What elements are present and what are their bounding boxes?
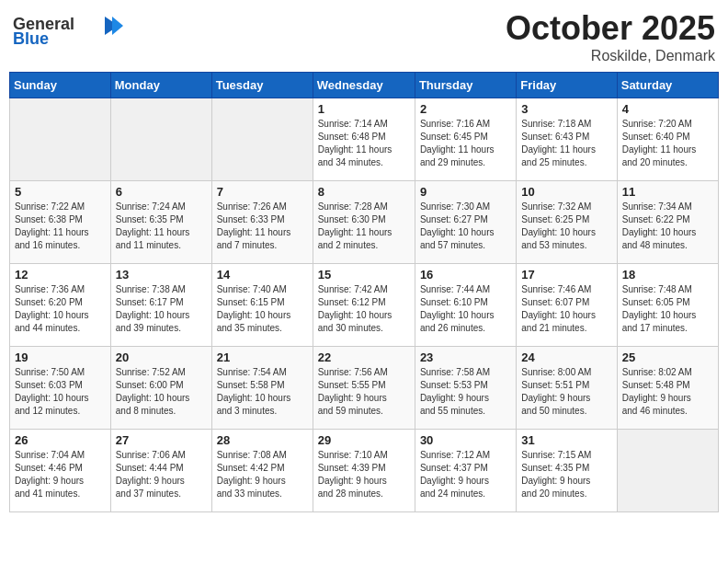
day-info: Sunrise: 7:54 AMSunset: 5:58 PMDaylight:… (217, 366, 308, 418)
day-info: Sunrise: 7:04 AMSunset: 4:46 PMDaylight:… (15, 449, 106, 500)
day-number: 29 (318, 433, 410, 447)
week-row-4: 19Sunrise: 7:50 AMSunset: 6:03 PMDayligh… (10, 347, 719, 430)
logo: General Blue (13, 9, 123, 50)
day-number: 17 (521, 268, 611, 282)
location: Roskilde, Denmark (506, 48, 715, 64)
calendar-cell: 10Sunrise: 7:32 AMSunset: 6:25 PMDayligh… (517, 181, 617, 264)
week-row-2: 5Sunrise: 7:22 AMSunset: 6:38 PMDaylight… (10, 181, 719, 264)
day-number: 8 (318, 185, 410, 199)
calendar-cell (211, 98, 313, 181)
day-number: 12 (15, 268, 106, 282)
day-info: Sunrise: 7:28 AMSunset: 6:30 PMDaylight:… (318, 201, 410, 252)
day-number: 1 (318, 102, 410, 116)
day-info: Sunrise: 7:38 AMSunset: 6:17 PMDaylight:… (116, 283, 207, 335)
day-number: 20 (116, 350, 207, 364)
week-row-5: 26Sunrise: 7:04 AMSunset: 4:46 PMDayligh… (10, 430, 719, 512)
day-number: 28 (217, 433, 308, 447)
calendar-cell: 28Sunrise: 7:08 AMSunset: 4:42 PMDayligh… (211, 430, 313, 512)
title-block: October 2025 Roskilde, Denmark (506, 9, 715, 64)
day-number: 26 (15, 433, 106, 447)
day-number: 6 (116, 185, 207, 199)
calendar-cell: 9Sunrise: 7:30 AMSunset: 6:27 PMDaylight… (415, 181, 516, 264)
day-info: Sunrise: 7:12 AMSunset: 4:37 PMDaylight:… (420, 449, 511, 500)
weekday-header-friday: Friday (517, 73, 617, 98)
day-number: 30 (420, 433, 511, 447)
calendar-cell (10, 98, 111, 181)
day-number: 31 (521, 433, 611, 447)
day-number: 22 (318, 350, 410, 364)
calendar-cell: 27Sunrise: 7:06 AMSunset: 4:44 PMDayligh… (110, 430, 211, 512)
day-info: Sunrise: 7:48 AMSunset: 6:05 PMDaylight:… (622, 283, 713, 335)
day-info: Sunrise: 7:18 AMSunset: 6:43 PMDaylight:… (521, 118, 611, 169)
day-number: 5 (15, 185, 106, 199)
calendar-cell: 3Sunrise: 7:18 AMSunset: 6:43 PMDaylight… (517, 98, 617, 181)
day-info: Sunrise: 7:52 AMSunset: 6:00 PMDaylight:… (116, 366, 207, 418)
weekday-header-row: SundayMondayTuesdayWednesdayThursdayFrid… (10, 73, 719, 98)
day-number: 11 (622, 185, 713, 199)
day-info: Sunrise: 7:20 AMSunset: 6:40 PMDaylight:… (622, 118, 713, 169)
svg-text:Blue: Blue (13, 29, 49, 46)
day-info: Sunrise: 7:08 AMSunset: 4:42 PMDaylight:… (217, 449, 308, 500)
day-number: 23 (420, 350, 511, 364)
week-row-3: 12Sunrise: 7:36 AMSunset: 6:20 PMDayligh… (10, 264, 719, 347)
calendar-cell: 17Sunrise: 7:46 AMSunset: 6:07 PMDayligh… (517, 264, 617, 347)
calendar-cell: 11Sunrise: 7:34 AMSunset: 6:22 PMDayligh… (617, 181, 718, 264)
day-info: Sunrise: 7:06 AMSunset: 4:44 PMDaylight:… (116, 449, 207, 500)
day-number: 16 (420, 268, 511, 282)
calendar-cell (617, 430, 718, 512)
day-info: Sunrise: 7:10 AMSunset: 4:39 PMDaylight:… (318, 449, 410, 500)
day-info: Sunrise: 7:40 AMSunset: 6:15 PMDaylight:… (217, 283, 308, 335)
day-number: 18 (622, 268, 713, 282)
calendar-cell: 13Sunrise: 7:38 AMSunset: 6:17 PMDayligh… (110, 264, 211, 347)
svg-marker-3 (112, 17, 123, 35)
calendar-cell: 20Sunrise: 7:52 AMSunset: 6:00 PMDayligh… (110, 347, 211, 430)
calendar-cell: 15Sunrise: 7:42 AMSunset: 6:12 PMDayligh… (313, 264, 415, 347)
weekday-header-monday: Monday (110, 73, 211, 98)
calendar-cell: 5Sunrise: 7:22 AMSunset: 6:38 PMDaylight… (10, 181, 111, 264)
day-info: Sunrise: 7:58 AMSunset: 5:53 PMDaylight:… (420, 366, 511, 418)
day-info: Sunrise: 7:15 AMSunset: 4:35 PMDaylight:… (521, 449, 611, 500)
day-number: 13 (116, 268, 207, 282)
calendar-cell: 25Sunrise: 8:02 AMSunset: 5:48 PMDayligh… (617, 347, 718, 430)
week-row-1: 1Sunrise: 7:14 AMSunset: 6:48 PMDaylight… (10, 98, 719, 181)
weekday-header-saturday: Saturday (617, 73, 718, 98)
month-title: October 2025 (506, 9, 715, 48)
day-info: Sunrise: 7:36 AMSunset: 6:20 PMDaylight:… (15, 283, 106, 335)
day-info: Sunrise: 8:02 AMSunset: 5:48 PMDaylight:… (622, 366, 713, 418)
day-number: 7 (217, 185, 308, 199)
day-info: Sunrise: 7:44 AMSunset: 6:10 PMDaylight:… (420, 283, 511, 335)
day-number: 27 (116, 433, 207, 447)
calendar-cell: 31Sunrise: 7:15 AMSunset: 4:35 PMDayligh… (517, 430, 617, 512)
day-info: Sunrise: 7:56 AMSunset: 5:55 PMDaylight:… (318, 366, 410, 418)
weekday-header-tuesday: Tuesday (211, 73, 313, 98)
day-number: 25 (622, 350, 713, 364)
calendar-table: SundayMondayTuesdayWednesdayThursdayFrid… (9, 72, 719, 512)
day-info: Sunrise: 7:16 AMSunset: 6:45 PMDaylight:… (420, 118, 511, 169)
day-info: Sunrise: 7:26 AMSunset: 6:33 PMDaylight:… (217, 201, 308, 252)
calendar-cell: 21Sunrise: 7:54 AMSunset: 5:58 PMDayligh… (211, 347, 313, 430)
calendar-cell: 24Sunrise: 8:00 AMSunset: 5:51 PMDayligh… (517, 347, 617, 430)
day-info: Sunrise: 7:22 AMSunset: 6:38 PMDaylight:… (15, 201, 106, 252)
calendar-cell: 26Sunrise: 7:04 AMSunset: 4:46 PMDayligh… (10, 430, 111, 512)
calendar-cell (110, 98, 211, 181)
day-number: 24 (521, 350, 611, 364)
day-number: 2 (420, 102, 511, 116)
calendar-cell: 14Sunrise: 7:40 AMSunset: 6:15 PMDayligh… (211, 264, 313, 347)
day-number: 21 (217, 350, 308, 364)
calendar-cell: 19Sunrise: 7:50 AMSunset: 6:03 PMDayligh… (10, 347, 111, 430)
weekday-header-sunday: Sunday (10, 73, 111, 98)
calendar-cell: 7Sunrise: 7:26 AMSunset: 6:33 PMDaylight… (211, 181, 313, 264)
calendar-cell: 29Sunrise: 7:10 AMSunset: 4:39 PMDayligh… (313, 430, 415, 512)
calendar-cell: 4Sunrise: 7:20 AMSunset: 6:40 PMDaylight… (617, 98, 718, 181)
day-info: Sunrise: 8:00 AMSunset: 5:51 PMDaylight:… (521, 366, 611, 418)
calendar-cell: 12Sunrise: 7:36 AMSunset: 6:20 PMDayligh… (10, 264, 111, 347)
calendar-cell: 2Sunrise: 7:16 AMSunset: 6:45 PMDaylight… (415, 98, 516, 181)
page-header: General Blue October 2025 Roskilde, Denm… (9, 9, 719, 64)
day-info: Sunrise: 7:42 AMSunset: 6:12 PMDaylight:… (318, 283, 410, 335)
day-info: Sunrise: 7:34 AMSunset: 6:22 PMDaylight:… (622, 201, 713, 252)
calendar-cell: 18Sunrise: 7:48 AMSunset: 6:05 PMDayligh… (617, 264, 718, 347)
day-info: Sunrise: 7:32 AMSunset: 6:25 PMDaylight:… (521, 201, 611, 252)
logo-text: General Blue (13, 9, 123, 50)
day-number: 14 (217, 268, 308, 282)
day-info: Sunrise: 7:14 AMSunset: 6:48 PMDaylight:… (318, 118, 410, 169)
